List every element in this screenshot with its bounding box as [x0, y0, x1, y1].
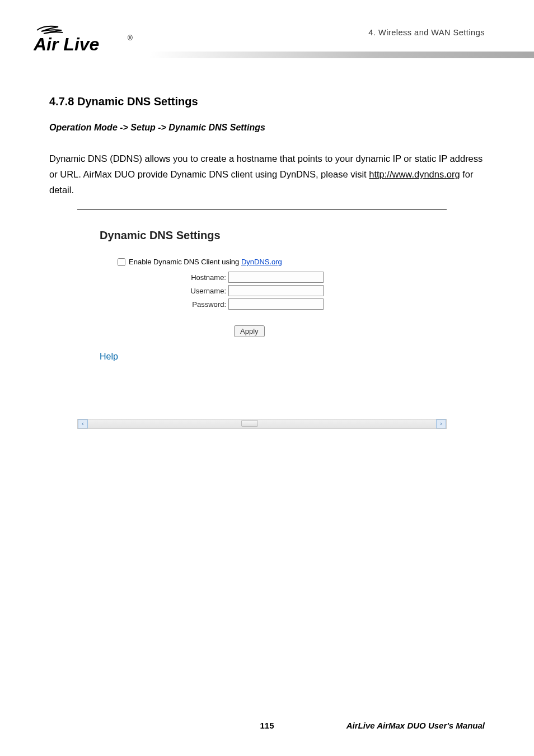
hostname-row: Hostname: — [100, 272, 424, 283]
scroll-track[interactable] — [88, 419, 436, 428]
username-row: Username: — [100, 285, 424, 296]
page-header: Air Live ® 4. Wireless and WAN Settings — [0, 0, 534, 62]
main-content: 4.7.8 Dynamic DNS Settings Operation Mod… — [0, 62, 534, 429]
logo-registered: ® — [128, 34, 133, 42]
chapter-label: 4. Wireless and WAN Settings — [368, 28, 485, 37]
enable-ddns-label: Enable Dynamic DNS Client using DynDNS.o… — [129, 258, 282, 266]
scroll-left-arrow-icon[interactable]: ‹ — [78, 419, 88, 428]
page-footer: 115 AirLive AirMax DUO User's Manual — [0, 721, 534, 730]
password-row: Password: — [100, 298, 424, 310]
password-input[interactable] — [228, 298, 324, 310]
enable-label-pre: Enable Dynamic DNS Client using — [129, 258, 241, 266]
header-divider — [0, 52, 534, 58]
scroll-right-arrow-icon[interactable]: › — [436, 419, 446, 428]
enable-ddns-row: Enable Dynamic DNS Client using DynDNS.o… — [100, 258, 424, 266]
body-paragraph: Dynamic DNS (DDNS) allows you to create … — [49, 151, 485, 198]
hostname-label: Hostname: — [100, 273, 228, 282]
breadcrumb: Operation Mode -> Setup -> Dynamic DNS S… — [49, 123, 485, 133]
horizontal-scrollbar[interactable]: ‹ › — [77, 419, 447, 429]
page-number: 115 — [260, 721, 274, 730]
manual-name: AirLive AirMax DUO User's Manual — [346, 721, 485, 730]
username-label: Username: — [100, 287, 228, 295]
scroll-thumb[interactable] — [241, 420, 258, 427]
enable-ddns-checkbox[interactable] — [118, 258, 125, 266]
password-label: Password: — [100, 300, 228, 309]
help-link[interactable]: Help — [100, 352, 424, 362]
dyndns-org-link[interactable]: DynDNS.org — [241, 258, 282, 266]
hostname-input[interactable] — [228, 272, 324, 283]
username-input[interactable] — [228, 285, 324, 296]
dyndns-url-link[interactable]: http://www.dyndns.org — [369, 169, 460, 179]
settings-panel: Dynamic DNS Settings Enable Dynamic DNS … — [77, 209, 447, 429]
apply-button[interactable]: Apply — [234, 325, 265, 337]
section-heading: 4.7.8 Dynamic DNS Settings — [49, 95, 485, 108]
panel-title: Dynamic DNS Settings — [100, 229, 424, 242]
